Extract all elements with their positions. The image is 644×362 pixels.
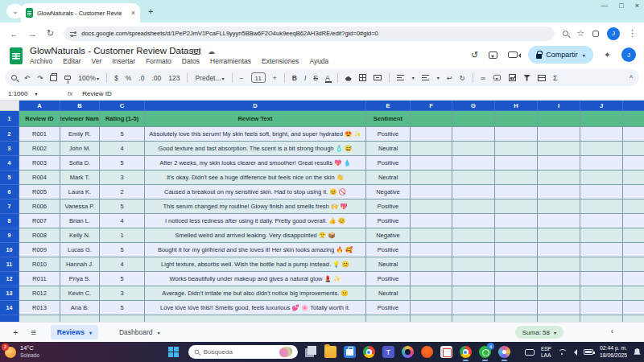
wifi-icon[interactable] [558,349,566,356]
cell-empty[interactable] [452,214,495,228]
header-cell[interactable]: Sentiment [366,111,411,127]
cell-reviewer-name[interactable]: Hannah J. [60,257,100,272]
cell-review-text[interactable]: Smelled weird and arrived leaking. Very … [145,228,366,243]
cell-empty[interactable] [538,156,580,171]
cell-empty[interactable] [623,156,644,171]
extensions-icon[interactable] [592,31,599,37]
cell-empty[interactable] [580,200,623,214]
cell-sentiment[interactable]: Neutral [366,142,411,156]
bookmark-star-icon[interactable]: ☆ [576,28,584,39]
row-number[interactable]: 7 [0,200,19,214]
cell-empty[interactable] [495,156,538,171]
cell-empty[interactable] [411,243,452,257]
cell-empty[interactable] [538,243,580,257]
version-history-icon[interactable]: ↺ [471,50,478,60]
cell-empty[interactable] [411,200,452,214]
cell-reviewer-name[interactable]: Sofia D. [60,156,100,171]
clock-widget[interactable]: 02:44 p. m. 18/06/2025 [600,345,627,359]
row-number[interactable]: 5 [0,171,19,185]
cell-empty[interactable] [411,286,452,301]
insert-link-icon[interactable]: ∞ [481,74,485,82]
cell-sentiment[interactable]: Neutral [366,257,411,272]
cell-sentiment[interactable]: Negative [366,185,411,200]
cell-review-id[interactable]: R006 [19,200,60,214]
back-icon[interactable]: ← [10,29,19,39]
cell-review-text[interactable]: Average. Didn't irritate me but also did… [145,286,366,301]
cell-empty[interactable] [538,142,580,156]
name-box-caret-icon[interactable]: ▾ [35,91,37,97]
cell-empty[interactable] [623,185,644,200]
sum-caret-icon[interactable]: ▾ [554,330,556,335]
cell-empty[interactable] [495,286,538,301]
cell-empty[interactable] [538,200,580,214]
column-header-partial[interactable] [623,101,644,111]
cell-empty[interactable] [580,171,623,185]
grid-corner[interactable] [0,101,19,111]
v-align-caret-icon[interactable]: ▾ [437,75,440,80]
cell-empty[interactable] [452,243,495,257]
cell-reviewer-name[interactable]: Kevin C. [60,286,100,301]
column-header-H[interactable]: H [495,101,538,111]
cell-rating[interactable]: 4 [100,214,145,228]
cell-reviewer-name[interactable]: Emily R. [60,127,100,142]
cell-empty[interactable] [452,185,495,200]
filter-icon[interactable] [523,75,530,81]
cell-empty[interactable] [623,214,644,228]
cell-empty[interactable] [623,171,644,185]
cell-empty[interactable] [145,315,366,322]
cell-reviewer-name[interactable]: John M. [60,142,100,156]
row-number[interactable]: 10 [0,243,19,257]
header-cell-empty[interactable] [495,111,538,127]
forward-icon[interactable]: → [28,29,37,39]
header-cell-empty[interactable] [580,111,623,127]
cell-rating[interactable]: 3 [100,286,145,301]
header-cell[interactable]: Review Text [145,111,366,127]
bold-icon[interactable]: B [292,74,297,82]
site-info-icon[interactable] [70,31,76,37]
column-header-C[interactable]: C [100,101,145,111]
cell-reviewer-name[interactable]: Vanessa P. [60,200,100,214]
header-cell[interactable]: Rating (1-5) [100,111,145,127]
cell-reviewer-name[interactable]: Lucas G. [60,243,100,257]
taskbar-search-box[interactable]: Búsqueda [188,345,298,359]
italic-icon[interactable]: I [304,74,306,82]
menu-datos[interactable]: Datos [182,57,200,65]
cell-reviewer-name[interactable]: Laura K. [60,185,100,200]
menu-herramientas[interactable]: Herramientas [210,57,251,65]
cell-review-text[interactable]: After 2 weeks, my skin looks clearer and… [145,156,366,171]
zoom-icon[interactable] [563,31,568,36]
cell-review-text[interactable]: Light texture, absorbs well. Wish the bo… [145,257,366,272]
cell-review-id[interactable]: R003 [19,156,60,171]
cell-empty[interactable] [580,257,623,272]
teams-icon[interactable]: T [382,346,394,358]
file-explorer-icon[interactable] [324,346,336,358]
brave-icon[interactable] [421,346,433,358]
menu-ayuda[interactable]: Ayuda [309,57,328,65]
cell-empty[interactable] [495,171,538,185]
print-icon[interactable] [50,75,57,81]
cell-review-id[interactable]: R012 [19,286,60,301]
cell-reviewer-name[interactable]: Kelly N. [60,228,100,243]
table-views-icon[interactable] [538,75,546,81]
cell-empty[interactable] [538,127,580,142]
cell-empty[interactable] [452,301,495,315]
cell-review-id[interactable]: R004 [19,171,60,185]
browser-menu-icon[interactable]: ⋮ [628,28,637,39]
cell-empty[interactable] [411,315,452,322]
text-wrap-icon[interactable]: ↩ [447,74,452,82]
header-cell[interactable]: Reviewer Name [60,111,100,127]
close-button[interactable]: × [635,2,639,10]
cell-rating[interactable]: 5 [100,200,145,214]
row-number[interactable]: 2 [0,127,19,142]
header-cell-empty[interactable] [538,111,580,127]
increase-font-icon[interactable]: + [273,74,277,82]
cell-sentiment[interactable]: Positive [366,243,411,257]
row-number[interactable]: 4 [0,156,19,171]
column-header-F[interactable]: F [411,101,452,111]
cell-reviewer-name[interactable]: Brian L. [60,214,100,228]
redo-icon[interactable]: ↷ [37,74,43,82]
cell-rating[interactable]: 4 [100,142,145,156]
cell-empty[interactable] [495,257,538,272]
cell-review-id[interactable]: R005 [19,185,60,200]
cell-empty[interactable] [19,315,60,322]
